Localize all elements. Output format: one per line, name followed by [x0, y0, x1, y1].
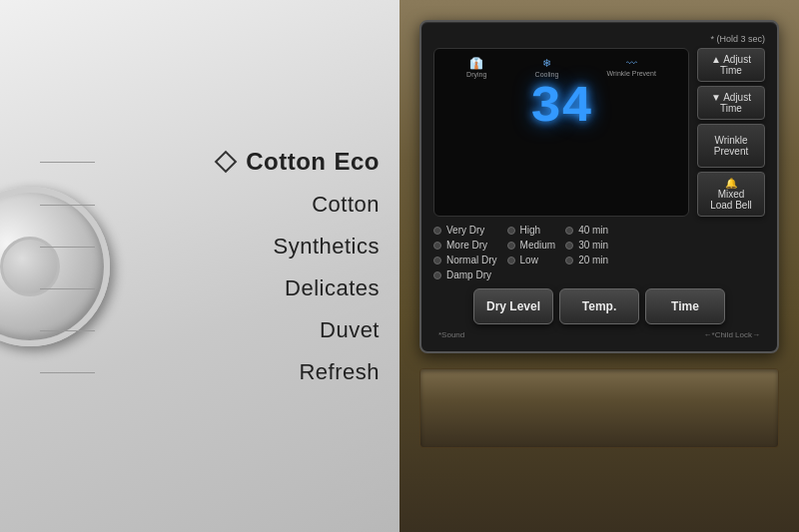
main-buttons: Dry Level Temp. Time	[433, 288, 765, 324]
option-dot-low	[507, 257, 515, 265]
option-30min[interactable]: 30 min	[565, 240, 608, 251]
dial-inner	[0, 237, 60, 296]
menu-item-cotton-eco[interactable]: Cotton Eco	[100, 144, 380, 180]
option-dot-20min	[565, 257, 573, 265]
option-medium[interactable]: Medium	[507, 240, 556, 251]
right-control-buttons: ▲ AdjustTime ▼ AdjustTime WrinklePrevent…	[697, 48, 765, 217]
drying-icon-drying: 👔 Drying	[466, 57, 486, 78]
option-normal-dry[interactable]: Normal Dry	[433, 255, 497, 266]
wrinkle-prevent-button[interactable]: WrinklePrevent	[697, 124, 765, 168]
option-40min[interactable]: 40 min	[565, 225, 608, 236]
option-20min[interactable]: 20 min	[565, 255, 608, 266]
option-damp-dry[interactable]: Damp Dry	[433, 269, 497, 280]
sound-label: *Sound	[438, 330, 464, 339]
right-panel: * (Hold 3 sec) 👔 Drying ❄ Cooling 〰 Wrin…	[400, 0, 799, 532]
menu-list: Cotton Eco Cotton Synthetics Delicates D…	[100, 144, 400, 389]
option-dot-damp-dry	[433, 271, 441, 279]
bottom-chrome	[419, 368, 779, 448]
control-panel: * (Hold 3 sec) 👔 Drying ❄ Cooling 〰 Wrin…	[419, 20, 779, 353]
bell-icon: 🔔	[725, 178, 737, 189]
temp-options: High Medium Low	[507, 225, 556, 280]
diamond-icon	[215, 150, 238, 173]
child-lock-label: ←*Child Lock→	[704, 330, 760, 339]
options-section: Very Dry More Dry Normal Dry Damp Dry	[433, 225, 765, 280]
left-panel: Cotton Eco Cotton Synthetics Delicates D…	[0, 0, 400, 532]
adjust-time-down-button[interactable]: ▼ AdjustTime	[697, 86, 765, 120]
option-more-dry[interactable]: More Dry	[433, 240, 497, 251]
time-display: 34	[442, 82, 680, 134]
temp-button[interactable]: Temp.	[559, 288, 639, 324]
option-low[interactable]: Low	[507, 255, 556, 266]
option-very-dry[interactable]: Very Dry	[433, 225, 497, 236]
option-dot-more-dry	[433, 242, 441, 250]
menu-item-delicates[interactable]: Delicates	[100, 271, 380, 305]
mixed-load-bell-button[interactable]: 🔔 MixedLoad Bell	[697, 172, 765, 217]
adjust-time-up-button[interactable]: ▲ AdjustTime	[697, 48, 765, 82]
dryness-options: Very Dry More Dry Normal Dry Damp Dry	[433, 225, 497, 280]
option-high[interactable]: High	[507, 225, 556, 236]
option-dot-high	[507, 227, 515, 235]
drying-icons: 👔 Drying ❄ Cooling 〰 Wrinkle Prevent	[442, 57, 680, 78]
hold-note: * (Hold 3 sec)	[433, 34, 765, 44]
drying-icon-cooling: ❄ Cooling	[535, 57, 559, 78]
menu-item-cotton[interactable]: Cotton	[100, 188, 380, 222]
menu-item-synthetics[interactable]: Synthetics	[100, 230, 380, 264]
menu-item-duvet[interactable]: Duvet	[100, 313, 380, 347]
option-dot-medium	[507, 242, 515, 250]
option-dot-very-dry	[433, 227, 441, 235]
menu-item-refresh[interactable]: Refresh	[100, 355, 380, 389]
option-dot-40min	[565, 227, 573, 235]
option-dot-30min	[565, 242, 573, 250]
drying-icon-wrinkle: 〰 Wrinkle Prevent	[607, 57, 656, 78]
top-section: 👔 Drying ❄ Cooling 〰 Wrinkle Prevent 34	[433, 48, 765, 217]
time-button[interactable]: Time	[645, 288, 725, 324]
program-dial[interactable]	[0, 187, 110, 346]
option-dot-normal-dry	[433, 257, 441, 265]
time-options: 40 min 30 min 20 min	[565, 225, 608, 280]
display-area: 👔 Drying ❄ Cooling 〰 Wrinkle Prevent 34	[433, 48, 689, 217]
footer-labels: *Sound ←*Child Lock→	[433, 330, 765, 339]
dry-level-button[interactable]: Dry Level	[473, 288, 553, 324]
